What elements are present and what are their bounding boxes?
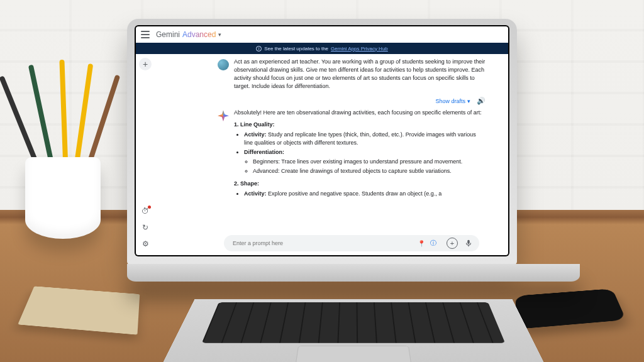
- chevron-down-icon: ▾: [218, 31, 221, 38]
- globe-icon[interactable]: ⓘ: [430, 239, 436, 248]
- prompt-composer: 📍 ⓘ +: [224, 235, 479, 251]
- drafts-row: Show drafts ▾ 🔊: [218, 97, 486, 105]
- section-title: 1. Line Quality:: [234, 121, 486, 129]
- section-title: 2. Shape:: [234, 180, 486, 188]
- chevron-down-icon: ▾: [467, 98, 470, 104]
- laptop-keyboard: [202, 302, 505, 343]
- prompt-input[interactable]: [233, 240, 413, 246]
- list-item: Advanced: Create line drawings of textur…: [253, 167, 486, 175]
- list-item: Activity: Explore positive and negative …: [244, 190, 486, 198]
- speaker-icon[interactable]: 🔊: [477, 97, 486, 105]
- user-message: Act as an experienced art teacher. You a…: [218, 58, 486, 90]
- top-bar: Gemini Advanced ▾: [136, 26, 508, 43]
- settings-icon[interactable]: ⚙: [140, 239, 150, 249]
- list-item: Activity: Study and replicate line types…: [244, 131, 486, 147]
- user-message-text: Act as an experienced art teacher. You a…: [234, 58, 486, 90]
- pencil-cup: [25, 157, 101, 239]
- new-chat-button[interactable]: +: [139, 58, 152, 70]
- user-avatar-icon: [218, 59, 229, 70]
- history-icon[interactable]: ↻: [140, 222, 150, 233]
- privacy-banner: i See the latest updates to the Gemini A…: [136, 43, 508, 54]
- model-message: Absolutely! Here are ten observational d…: [218, 109, 486, 199]
- left-rail: + ⏱ ↻ ⚙: [136, 54, 155, 255]
- brand-dropdown[interactable]: Gemini Advanced ▾: [156, 30, 221, 39]
- mic-icon[interactable]: [464, 239, 473, 248]
- info-icon: i: [256, 46, 262, 52]
- laptop-trackpad: [295, 346, 413, 362]
- show-drafts-button[interactable]: Show drafts ▾: [435, 98, 470, 104]
- list-item: Differentiation: Beginners: Trace lines …: [244, 148, 486, 175]
- activity-icon[interactable]: ⏱: [140, 206, 150, 216]
- add-button[interactable]: +: [447, 238, 458, 249]
- banner-link[interactable]: Gemini Apps Privacy Hub: [331, 46, 388, 52]
- image-upload-icon[interactable]: 📍: [418, 240, 425, 247]
- conversation-area: Act as an experienced art teacher. You a…: [155, 54, 508, 255]
- brand-part-2: Advanced: [182, 30, 216, 39]
- gemini-spark-icon: [218, 110, 229, 121]
- response-intro: Absolutely! Here are ten observational d…: [234, 109, 486, 117]
- hamburger-menu-icon[interactable]: [141, 31, 150, 38]
- list-item: Beginners: Trace lines over existing ima…: [253, 158, 486, 166]
- brand-part-1: Gemini: [156, 30, 180, 39]
- app-window: Gemini Advanced ▾ i See the latest updat…: [136, 26, 508, 255]
- banner-text: See the latest updates to the: [264, 46, 328, 52]
